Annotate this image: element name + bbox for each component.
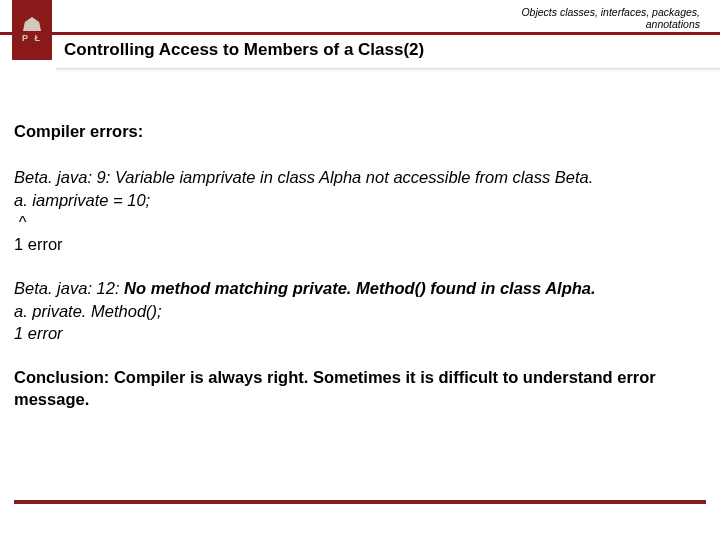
- footer-divider: [14, 500, 706, 504]
- error1-summary: 1 error: [14, 233, 706, 255]
- error1-line1: Beta. java: 9: Variable iamprivate in cl…: [14, 166, 706, 188]
- section-heading: Compiler errors:: [14, 120, 706, 142]
- error2-line2: a. private. Method();: [14, 300, 706, 322]
- breadcrumb-line1: Objects classes, interfaces, packages,: [521, 6, 700, 18]
- error-block-1: Beta. java: 9: Variable iamprivate in cl…: [14, 166, 706, 255]
- title-underline: [56, 68, 720, 69]
- logo-letters: P Ł: [22, 33, 42, 43]
- error2-line1: Beta. java: 12: No method matching priva…: [14, 277, 706, 299]
- error2-line1-prefix: Beta. java: 12:: [14, 279, 124, 297]
- error1-caret: ^: [14, 211, 706, 233]
- error2-summary: 1 error: [14, 322, 706, 344]
- error1-line2: a. iamprivate = 10;: [14, 189, 706, 211]
- breadcrumb: Objects classes, interfaces, packages, a…: [521, 6, 700, 30]
- breadcrumb-line2: annotations: [646, 18, 700, 30]
- error2-line1-bold: No method matching private. Method() fou…: [124, 279, 596, 297]
- conclusion-text: Conclusion: Compiler is always right. So…: [14, 366, 706, 411]
- eagle-icon: [23, 17, 41, 31]
- slide-header: Objects classes, interfaces, packages, a…: [0, 0, 720, 80]
- page-title: Controlling Access to Members of a Class…: [64, 40, 424, 60]
- header-divider: [0, 32, 720, 35]
- logo: P Ł: [12, 0, 52, 60]
- slide-content: Compiler errors: Beta. java: 9: Variable…: [0, 80, 720, 411]
- error-block-2: Beta. java: 12: No method matching priva…: [14, 277, 706, 344]
